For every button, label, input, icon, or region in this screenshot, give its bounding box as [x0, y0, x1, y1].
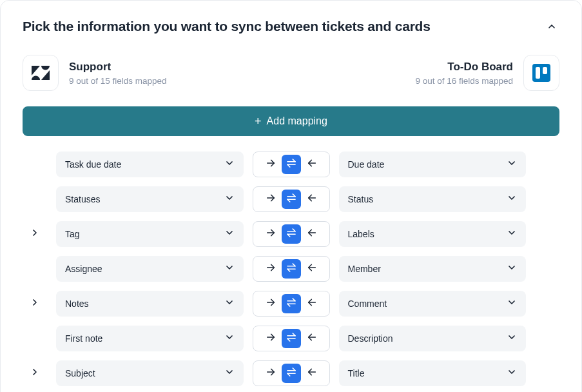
- left-field-select[interactable]: Statuses: [56, 186, 244, 212]
- plus-icon: +: [255, 115, 262, 127]
- chevron-down-icon: [507, 193, 517, 206]
- left-field-label: Statuses: [65, 194, 100, 204]
- sync-direction-left-button[interactable]: [304, 156, 320, 173]
- mapping-row: NotesComment: [23, 291, 559, 317]
- arrow-left-icon: [307, 332, 317, 345]
- right-field-select[interactable]: Description: [339, 326, 527, 351]
- right-system: To-Do Board 9 out of 16 fields mapped: [415, 55, 559, 91]
- arrow-left-icon: [307, 193, 317, 206]
- sync-direction-left-button[interactable]: [304, 365, 320, 382]
- mapping-row: AssigneeMember: [23, 256, 559, 282]
- right-field-select[interactable]: Status: [339, 186, 527, 212]
- arrow-right-icon: [266, 297, 276, 310]
- chevron-down-icon: [507, 262, 517, 275]
- zendesk-icon: [23, 55, 59, 91]
- chevron-down-icon: [224, 367, 235, 380]
- right-field-label: Title: [348, 368, 365, 378]
- right-field-label: Member: [348, 264, 381, 274]
- arrow-left-icon: [307, 158, 317, 171]
- arrow-right-icon: [266, 332, 276, 345]
- left-field-label: Task due date: [65, 159, 121, 170]
- add-mapping-button[interactable]: + Add mapping: [23, 106, 559, 136]
- section-title: Pick the information you want to sync be…: [23, 19, 431, 34]
- arrow-right-icon: [266, 158, 276, 171]
- chevron-down-icon: [224, 297, 235, 310]
- arrow-right-icon: [266, 262, 276, 275]
- chevron-down-icon: [507, 367, 517, 380]
- arrow-left-icon: [307, 228, 317, 240]
- left-field-select[interactable]: Subject: [56, 360, 244, 386]
- sync-direction-control: [253, 221, 330, 247]
- sync-direction-both-button[interactable]: [282, 364, 301, 383]
- swap-icon: [286, 227, 297, 241]
- mapping-row: First noteDescription: [23, 326, 559, 351]
- left-field-select[interactable]: Task due date: [56, 152, 244, 177]
- expand-row-toggle[interactable]: [27, 296, 43, 311]
- left-field-select[interactable]: Assignee: [56, 256, 244, 282]
- right-field-label: Description: [348, 333, 393, 344]
- sync-direction-left-button[interactable]: [304, 260, 320, 277]
- left-field-select[interactable]: First note: [56, 326, 244, 351]
- sync-direction-both-button[interactable]: [282, 190, 301, 209]
- sync-direction-control: [253, 186, 330, 212]
- expand-row-toggle[interactable]: [27, 226, 43, 242]
- left-system-name: Support: [69, 61, 167, 74]
- sync-direction-control: [253, 326, 330, 351]
- swap-icon: [286, 297, 297, 311]
- chevron-down-icon: [507, 332, 517, 345]
- add-mapping-label: Add mapping: [267, 115, 327, 127]
- sync-direction-left-button[interactable]: [304, 226, 320, 242]
- left-field-label: Assignee: [65, 264, 102, 274]
- right-system-name: To-Do Board: [415, 61, 513, 74]
- chevron-down-icon: [224, 332, 235, 345]
- chevron-down-icon: [224, 193, 235, 206]
- right-field-label: Status: [348, 194, 374, 204]
- chevron-down-icon: [507, 297, 517, 310]
- swap-icon: [286, 262, 297, 276]
- sync-direction-left-button[interactable]: [304, 295, 320, 312]
- sync-direction-both-button[interactable]: [282, 224, 301, 244]
- right-field-select[interactable]: Member: [339, 256, 527, 282]
- right-field-select[interactable]: Due date: [339, 152, 527, 177]
- sync-direction-left-button[interactable]: [304, 191, 320, 208]
- arrow-left-icon: [307, 367, 317, 380]
- left-field-select[interactable]: Tag: [56, 221, 244, 247]
- sync-direction-both-button[interactable]: [282, 155, 301, 174]
- sync-direction-right-button[interactable]: [262, 330, 279, 347]
- sync-direction-both-button[interactable]: [282, 259, 301, 279]
- collapse-section-button[interactable]: [544, 19, 559, 37]
- right-field-select[interactable]: Labels: [339, 221, 527, 247]
- left-field-select[interactable]: Notes: [56, 291, 244, 317]
- sync-direction-right-button[interactable]: [262, 191, 279, 208]
- swap-icon: [286, 331, 297, 346]
- right-system-subtitle: 9 out of 16 fields mapped: [415, 76, 513, 86]
- swap-icon: [286, 366, 297, 380]
- sync-direction-right-button[interactable]: [262, 260, 279, 277]
- chevron-down-icon: [224, 158, 235, 171]
- left-field-label: First note: [65, 333, 102, 344]
- sync-direction-right-button[interactable]: [262, 365, 279, 382]
- sync-direction-control: [253, 256, 330, 282]
- sync-direction-right-button[interactable]: [262, 226, 279, 242]
- sync-direction-control: [253, 291, 330, 317]
- chevron-down-icon: [507, 228, 517, 240]
- right-field-label: Labels: [348, 229, 374, 239]
- arrow-left-icon: [307, 262, 317, 275]
- expand-row-toggle[interactable]: [27, 366, 43, 381]
- sync-direction-right-button[interactable]: [262, 295, 279, 312]
- sync-direction-right-button[interactable]: [262, 156, 279, 173]
- right-field-select[interactable]: Title: [339, 360, 527, 386]
- left-system-subtitle: 9 out of 15 fields mapped: [69, 76, 167, 86]
- mapping-row: Task due dateDue date: [23, 152, 559, 177]
- sync-direction-both-button[interactable]: [282, 294, 301, 313]
- left-system: Support 9 out of 15 fields mapped: [23, 55, 167, 91]
- chevron-right-icon: [30, 367, 40, 380]
- right-field-select[interactable]: Comment: [339, 291, 527, 317]
- sync-direction-both-button[interactable]: [282, 329, 301, 348]
- chevron-up-icon: [547, 21, 557, 34]
- chevron-down-icon: [224, 228, 235, 240]
- mapping-row: TagLabels: [23, 221, 559, 247]
- sync-direction-left-button[interactable]: [304, 330, 320, 347]
- left-field-label: Tag: [65, 229, 80, 239]
- left-field-label: Notes: [65, 299, 89, 309]
